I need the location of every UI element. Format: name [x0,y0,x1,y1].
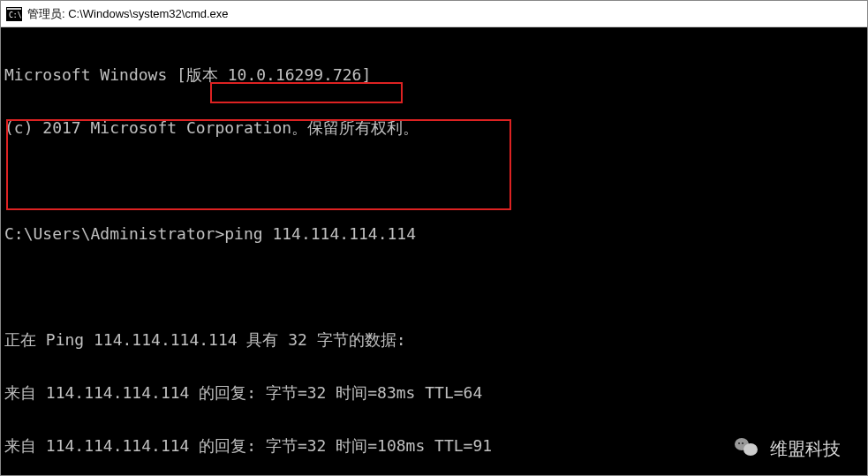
ping-command: ping 114.114.114.114 [224,224,416,243]
console-line: (c) 2017 Microsoft Corporation。保留所有权利。 [4,119,864,137]
console-line [4,172,864,190]
cmd-window: C:\ 管理员: C:\Windows\system32\cmd.exe Mic… [0,0,868,476]
svg-text:C:\: C:\ [9,11,22,19]
highlight-box-command [210,82,403,103]
console-line: 来自 114.114.114.114 的回复: 字节=32 时间=83ms TT… [4,384,864,402]
console-line [4,278,864,296]
watermark: 维盟科技 [735,438,841,459]
svg-rect-1 [7,8,21,10]
console-area[interactable]: Microsoft Windows [版本 10.0.16299.726] (c… [1,27,867,475]
prompt-path: C:\Users\Administrator> [4,224,224,243]
console-line: 正在 Ping 114.114.114.114 具有 32 字节的数据: [4,331,864,349]
wechat-icon [735,438,761,459]
console-line: C:\Users\Administrator>ping 114.114.114.… [4,225,864,243]
titlebar[interactable]: C:\ 管理员: C:\Windows\system32\cmd.exe [1,1,867,27]
console-line: Microsoft Windows [版本 10.0.16299.726] [4,66,864,84]
cmd-icon: C:\ [6,7,22,21]
window-title: 管理员: C:\Windows\system32\cmd.exe [27,6,229,22]
watermark-text: 维盟科技 [770,440,841,457]
